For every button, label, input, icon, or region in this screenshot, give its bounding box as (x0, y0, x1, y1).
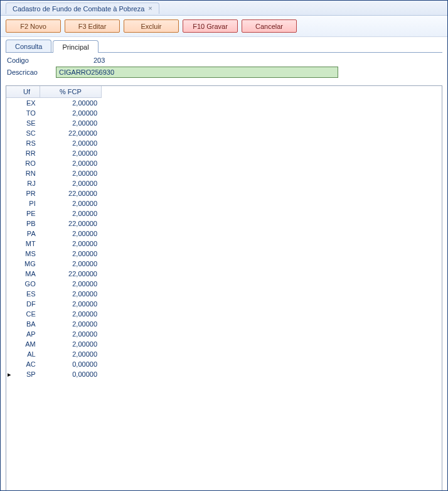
uf-cell[interactable]: RO (14, 158, 40, 168)
fcp-cell[interactable]: 2,00000 (40, 198, 101, 208)
uf-cell[interactable]: CE (14, 309, 40, 319)
uf-cell[interactable]: AP (14, 329, 40, 339)
uf-cell[interactable]: PI (14, 198, 40, 208)
uf-cell[interactable]: MS (14, 249, 40, 259)
uf-cell[interactable]: AM (14, 339, 40, 349)
descricao-input[interactable] (56, 67, 338, 78)
uf-cell[interactable]: PE (14, 208, 40, 219)
uf-cell[interactable]: PA (14, 229, 40, 239)
uf-cell[interactable]: MA (14, 269, 40, 279)
fcp-cell[interactable]: 0,00000 (40, 369, 101, 379)
table-row[interactable]: PI2,00000 (6, 198, 102, 208)
uf-cell[interactable]: PR (14, 188, 40, 198)
uf-cell[interactable]: GO (14, 279, 40, 289)
uf-cell[interactable]: SE (14, 118, 40, 128)
uf-cell[interactable]: MT (14, 239, 40, 249)
tab-principal[interactable]: Principal (53, 40, 98, 53)
fcp-cell[interactable]: 2,00000 (40, 279, 101, 289)
fcp-cell[interactable]: 2,00000 (40, 339, 101, 349)
novo-button[interactable]: F2 Novo (6, 19, 61, 33)
fcp-cell[interactable]: 2,00000 (40, 178, 101, 188)
fcp-cell[interactable]: 2,00000 (40, 349, 101, 359)
uf-cell[interactable]: RR (14, 148, 40, 158)
col-uf[interactable]: Uf (14, 86, 40, 98)
grid-panel[interactable]: Uf % FCP EX2,00000TO2,00000SE2,00000SC22… (6, 85, 442, 491)
uf-cell[interactable]: RN (14, 168, 40, 178)
table-row[interactable]: TO2,00000 (6, 108, 102, 118)
gravar-button[interactable]: F10 Gravar (183, 19, 238, 33)
uf-cell[interactable]: MG (14, 259, 40, 269)
fcp-cell[interactable]: 2,00000 (40, 168, 101, 178)
cancelar-button[interactable]: Cancelar (242, 19, 297, 33)
table-row[interactable]: PR22,00000 (6, 188, 102, 198)
table-row[interactable]: MT2,00000 (6, 239, 102, 249)
uf-cell[interactable]: BA (14, 319, 40, 329)
fcp-cell[interactable]: 2,00000 (40, 299, 101, 309)
uf-cell[interactable]: AC (14, 359, 40, 369)
table-row[interactable]: RR2,00000 (6, 148, 102, 158)
fcp-cell[interactable]: 2,00000 (40, 309, 101, 319)
fcp-cell[interactable]: 2,00000 (40, 98, 101, 109)
table-row[interactable]: AC0,00000 (6, 359, 102, 369)
uf-cell[interactable]: RS (14, 138, 40, 148)
table-row[interactable]: BA2,00000 (6, 319, 102, 329)
uf-cell[interactable]: PB (14, 219, 40, 229)
table-row[interactable]: AM2,00000 (6, 339, 102, 349)
window-tab[interactable]: Cadastro de Fundo de Combate à Pobreza × (6, 3, 159, 14)
fcp-cell[interactable]: 2,00000 (40, 249, 101, 259)
table-row[interactable]: MS2,00000 (6, 249, 102, 259)
table-row[interactable]: RN2,00000 (6, 168, 102, 178)
fcp-cell[interactable]: 2,00000 (40, 239, 101, 249)
fcp-cell[interactable]: 2,00000 (40, 289, 101, 299)
table-row[interactable]: GO2,00000 (6, 279, 102, 289)
table-row[interactable]: SE2,00000 (6, 118, 102, 128)
table-row[interactable]: EX2,00000 (6, 98, 102, 109)
table-row[interactable]: PB22,00000 (6, 219, 102, 229)
row-marker-icon (6, 339, 14, 349)
table-row[interactable]: RO2,00000 (6, 158, 102, 168)
fcp-cell[interactable]: 2,00000 (40, 148, 101, 158)
fcp-cell[interactable]: 22,00000 (40, 188, 101, 198)
table-row[interactable]: ES2,00000 (6, 289, 102, 299)
table-row[interactable]: RJ2,00000 (6, 178, 102, 188)
uf-cell[interactable]: AL (14, 349, 40, 359)
fcp-cell[interactable]: 2,00000 (40, 138, 101, 148)
excluir-button[interactable]: Excluir (124, 19, 179, 33)
table-row[interactable]: MA22,00000 (6, 269, 102, 279)
table-row[interactable]: PE2,00000 (6, 208, 102, 219)
table-row[interactable]: AP2,00000 (6, 329, 102, 339)
fcp-cell[interactable]: 2,00000 (40, 158, 101, 168)
uf-cell[interactable]: ES (14, 289, 40, 299)
table-row[interactable]: RS2,00000 (6, 138, 102, 148)
fcp-cell[interactable]: 2,00000 (40, 319, 101, 329)
fcp-cell[interactable]: 2,00000 (40, 118, 101, 128)
fcp-cell[interactable]: 22,00000 (40, 269, 101, 279)
fcp-cell[interactable]: 2,00000 (40, 108, 101, 118)
close-icon[interactable]: × (148, 5, 152, 12)
fcp-cell[interactable]: 2,00000 (40, 208, 101, 219)
uf-cell[interactable]: SP (14, 369, 40, 379)
table-row[interactable]: DF2,00000 (6, 299, 102, 309)
table-row[interactable]: ▸SP0,00000 (6, 369, 102, 379)
table-row[interactable]: CE2,00000 (6, 309, 102, 319)
uf-cell[interactable]: SC (14, 128, 40, 138)
uf-cell[interactable]: TO (14, 108, 40, 118)
fcp-cell[interactable]: 0,00000 (40, 359, 101, 369)
row-marker-icon (6, 239, 14, 249)
uf-cell[interactable]: DF (14, 299, 40, 309)
editar-button[interactable]: F3 Editar (65, 19, 120, 33)
table-row[interactable]: AL2,00000 (6, 349, 102, 359)
fcp-cell[interactable]: 2,00000 (40, 329, 101, 339)
tab-consulta[interactable]: Consulta (6, 40, 51, 52)
fcp-cell[interactable]: 2,00000 (40, 229, 101, 239)
fcp-table[interactable]: Uf % FCP EX2,00000TO2,00000SE2,00000SC22… (6, 86, 102, 379)
table-row[interactable]: MG2,00000 (6, 259, 102, 269)
fcp-cell[interactable]: 22,00000 (40, 219, 101, 229)
uf-cell[interactable]: EX (14, 98, 40, 109)
fcp-cell[interactable]: 22,00000 (40, 128, 101, 138)
fcp-cell[interactable]: 2,00000 (40, 259, 101, 269)
col-fcp[interactable]: % FCP (40, 86, 101, 98)
table-row[interactable]: SC22,00000 (6, 128, 102, 138)
table-row[interactable]: PA2,00000 (6, 229, 102, 239)
uf-cell[interactable]: RJ (14, 178, 40, 188)
